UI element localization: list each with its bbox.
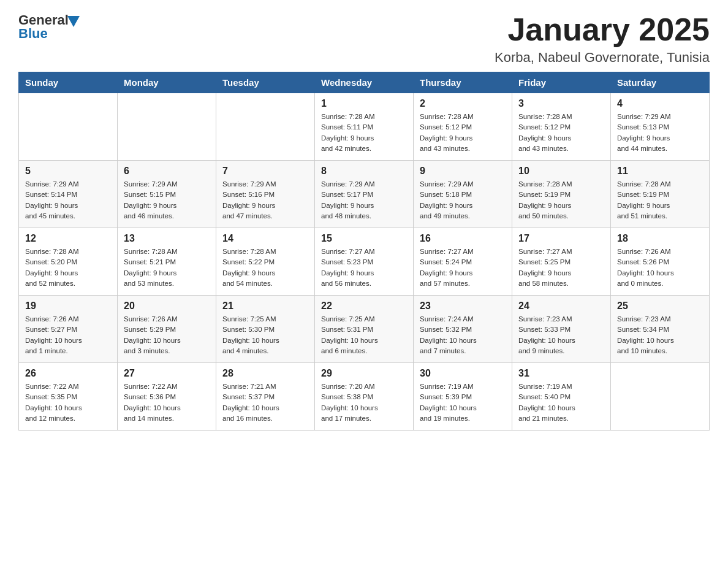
day-info: Sunrise: 7:28 AMSunset: 5:12 PMDaylight:…	[518, 112, 604, 154]
calendar-day-9: 9Sunrise: 7:29 AMSunset: 5:18 PMDaylight…	[414, 161, 512, 228]
calendar-week-row: 1Sunrise: 7:28 AMSunset: 5:11 PMDaylight…	[19, 93, 710, 161]
calendar-day-10: 10Sunrise: 7:28 AMSunset: 5:19 PMDayligh…	[512, 161, 611, 228]
calendar-day-27: 27Sunrise: 7:22 AMSunset: 5:36 PMDayligh…	[118, 363, 216, 431]
calendar-day-17: 17Sunrise: 7:27 AMSunset: 5:25 PMDayligh…	[512, 228, 611, 296]
day-info: Sunrise: 7:29 AMSunset: 5:15 PMDaylight:…	[124, 179, 210, 221]
day-number: 20	[124, 301, 210, 312]
calendar-day-18: 18Sunrise: 7:26 AMSunset: 5:26 PMDayligh…	[611, 228, 710, 296]
calendar-day-28: 28Sunrise: 7:21 AMSunset: 5:37 PMDayligh…	[216, 363, 315, 431]
day-number: 4	[617, 98, 703, 109]
day-info: Sunrise: 7:28 AMSunset: 5:19 PMDaylight:…	[518, 179, 604, 221]
day-header-friday: Friday	[512, 72, 611, 93]
calendar-day-22: 22Sunrise: 7:25 AMSunset: 5:31 PMDayligh…	[315, 296, 414, 363]
day-header-thursday: Thursday	[414, 72, 512, 93]
calendar-day-3: 3Sunrise: 7:28 AMSunset: 5:12 PMDaylight…	[512, 93, 611, 161]
title-block: January 2025 Korba, Nabeul Governorate, …	[495, 12, 710, 66]
logo-triangle-icon	[67, 16, 80, 27]
calendar-week-row: 5Sunrise: 7:29 AMSunset: 5:14 PMDaylight…	[19, 161, 710, 228]
day-info: Sunrise: 7:27 AMSunset: 5:25 PMDaylight:…	[518, 247, 604, 289]
calendar-day-14: 14Sunrise: 7:28 AMSunset: 5:22 PMDayligh…	[216, 228, 315, 296]
calendar-empty-cell	[118, 93, 216, 161]
day-number: 18	[617, 233, 703, 244]
calendar-day-29: 29Sunrise: 7:20 AMSunset: 5:38 PMDayligh…	[315, 363, 414, 431]
calendar-day-12: 12Sunrise: 7:28 AMSunset: 5:20 PMDayligh…	[19, 228, 118, 296]
day-number: 2	[420, 98, 506, 109]
calendar-day-15: 15Sunrise: 7:27 AMSunset: 5:23 PMDayligh…	[315, 228, 414, 296]
day-number: 22	[321, 301, 407, 312]
day-info: Sunrise: 7:23 AMSunset: 5:33 PMDaylight:…	[518, 314, 604, 356]
day-number: 13	[124, 233, 210, 244]
day-info: Sunrise: 7:29 AMSunset: 5:14 PMDaylight:…	[25, 179, 111, 221]
day-number: 1	[321, 98, 407, 109]
day-number: 30	[420, 368, 506, 379]
calendar-day-31: 31Sunrise: 7:19 AMSunset: 5:40 PMDayligh…	[512, 363, 611, 431]
day-info: Sunrise: 7:29 AMSunset: 5:18 PMDaylight:…	[420, 179, 506, 221]
day-number: 8	[321, 166, 407, 177]
day-number: 3	[518, 98, 604, 109]
day-info: Sunrise: 7:28 AMSunset: 5:12 PMDaylight:…	[420, 112, 506, 154]
day-number: 17	[518, 233, 604, 244]
calendar-day-5: 5Sunrise: 7:29 AMSunset: 5:14 PMDaylight…	[19, 161, 118, 228]
logo-blue-text: Blue	[18, 26, 48, 42]
calendar-day-21: 21Sunrise: 7:25 AMSunset: 5:30 PMDayligh…	[216, 296, 315, 363]
calendar-day-25: 25Sunrise: 7:23 AMSunset: 5:34 PMDayligh…	[611, 296, 710, 363]
month-title: January 2025	[495, 12, 710, 47]
calendar-day-2: 2Sunrise: 7:28 AMSunset: 5:12 PMDaylight…	[414, 93, 512, 161]
day-number: 26	[25, 368, 111, 379]
calendar-day-13: 13Sunrise: 7:28 AMSunset: 5:21 PMDayligh…	[118, 228, 216, 296]
day-number: 23	[420, 301, 506, 312]
day-info: Sunrise: 7:22 AMSunset: 5:36 PMDaylight:…	[124, 381, 210, 424]
day-info: Sunrise: 7:21 AMSunset: 5:37 PMDaylight:…	[222, 381, 308, 424]
day-info: Sunrise: 7:28 AMSunset: 5:22 PMDaylight:…	[222, 247, 308, 289]
day-info: Sunrise: 7:23 AMSunset: 5:34 PMDaylight:…	[617, 314, 703, 356]
day-header-sunday: Sunday	[19, 72, 118, 93]
calendar-day-4: 4Sunrise: 7:29 AMSunset: 5:13 PMDaylight…	[611, 93, 710, 161]
calendar-week-row: 19Sunrise: 7:26 AMSunset: 5:27 PMDayligh…	[19, 296, 710, 363]
calendar-empty-cell	[216, 93, 315, 161]
day-info: Sunrise: 7:26 AMSunset: 5:27 PMDaylight:…	[25, 314, 111, 356]
day-number: 14	[222, 233, 308, 244]
calendar-day-19: 19Sunrise: 7:26 AMSunset: 5:27 PMDayligh…	[19, 296, 118, 363]
day-number: 16	[420, 233, 506, 244]
day-number: 24	[518, 301, 604, 312]
day-info: Sunrise: 7:27 AMSunset: 5:24 PMDaylight:…	[420, 247, 506, 289]
location-subtitle: Korba, Nabeul Governorate, Tunisia	[495, 50, 710, 66]
day-info: Sunrise: 7:19 AMSunset: 5:40 PMDaylight:…	[518, 381, 604, 424]
calendar-header-row: SundayMondayTuesdayWednesdayThursdayFrid…	[19, 72, 710, 93]
logo: General Blue	[18, 12, 80, 42]
day-number: 9	[420, 166, 506, 177]
day-number: 12	[25, 233, 111, 244]
day-number: 27	[124, 368, 210, 379]
calendar-day-8: 8Sunrise: 7:29 AMSunset: 5:17 PMDaylight…	[315, 161, 414, 228]
calendar-day-23: 23Sunrise: 7:24 AMSunset: 5:32 PMDayligh…	[414, 296, 512, 363]
day-info: Sunrise: 7:24 AMSunset: 5:32 PMDaylight:…	[420, 314, 506, 356]
day-info: Sunrise: 7:29 AMSunset: 5:16 PMDaylight:…	[222, 179, 308, 221]
day-info: Sunrise: 7:22 AMSunset: 5:35 PMDaylight:…	[25, 381, 111, 424]
day-info: Sunrise: 7:29 AMSunset: 5:13 PMDaylight:…	[617, 112, 703, 154]
calendar-day-1: 1Sunrise: 7:28 AMSunset: 5:11 PMDaylight…	[315, 93, 414, 161]
day-info: Sunrise: 7:27 AMSunset: 5:23 PMDaylight:…	[321, 247, 407, 289]
day-info: Sunrise: 7:28 AMSunset: 5:11 PMDaylight:…	[321, 112, 407, 154]
day-number: 19	[25, 301, 111, 312]
day-header-monday: Monday	[118, 72, 216, 93]
day-info: Sunrise: 7:25 AMSunset: 5:31 PMDaylight:…	[321, 314, 407, 356]
day-info: Sunrise: 7:28 AMSunset: 5:21 PMDaylight:…	[124, 247, 210, 289]
day-header-tuesday: Tuesday	[216, 72, 315, 93]
calendar-day-26: 26Sunrise: 7:22 AMSunset: 5:35 PMDayligh…	[19, 363, 118, 431]
calendar-day-24: 24Sunrise: 7:23 AMSunset: 5:33 PMDayligh…	[512, 296, 611, 363]
day-number: 6	[124, 166, 210, 177]
day-info: Sunrise: 7:29 AMSunset: 5:17 PMDaylight:…	[321, 179, 407, 221]
day-header-wednesday: Wednesday	[315, 72, 414, 93]
day-info: Sunrise: 7:28 AMSunset: 5:20 PMDaylight:…	[25, 247, 111, 289]
day-info: Sunrise: 7:26 AMSunset: 5:26 PMDaylight:…	[617, 247, 703, 289]
day-number: 21	[222, 301, 308, 312]
calendar-day-30: 30Sunrise: 7:19 AMSunset: 5:39 PMDayligh…	[414, 363, 512, 431]
calendar-day-20: 20Sunrise: 7:26 AMSunset: 5:29 PMDayligh…	[118, 296, 216, 363]
day-info: Sunrise: 7:28 AMSunset: 5:19 PMDaylight:…	[617, 179, 703, 221]
day-header-saturday: Saturday	[611, 72, 710, 93]
day-number: 28	[222, 368, 308, 379]
day-number: 31	[518, 368, 604, 379]
calendar-day-16: 16Sunrise: 7:27 AMSunset: 5:24 PMDayligh…	[414, 228, 512, 296]
page-header: General Blue January 2025 Korba, Nabeul …	[18, 12, 710, 66]
calendar-empty-cell	[611, 363, 710, 431]
